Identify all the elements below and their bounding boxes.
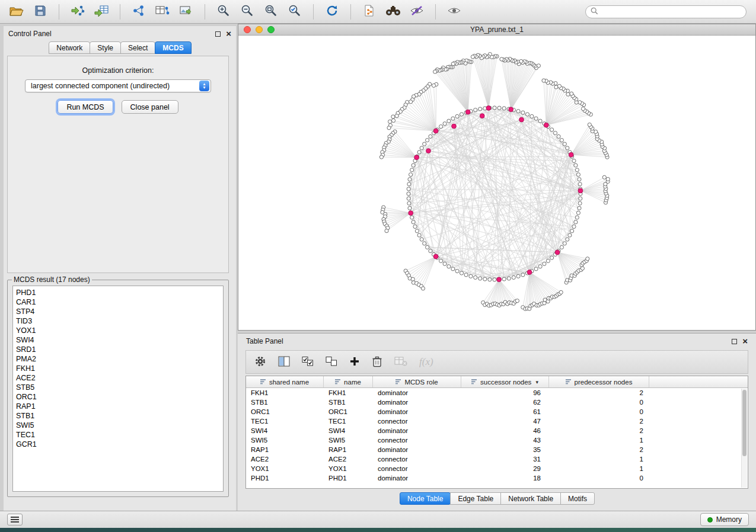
column-header-shared-name[interactable]: shared name bbox=[246, 376, 324, 387]
tab-mcds[interactable]: MCDS bbox=[155, 41, 191, 54]
search-network-button[interactable] bbox=[382, 3, 404, 21]
column-chooser-button[interactable] bbox=[278, 356, 290, 368]
table-row[interactable]: FKH1FKH1dominator962 bbox=[246, 388, 748, 398]
column-header-MCDS-role[interactable]: MCDS role bbox=[373, 376, 461, 387]
column-header-name[interactable]: name bbox=[324, 376, 373, 387]
zoom-in-button[interactable] bbox=[213, 3, 234, 21]
float-panel-icon[interactable] bbox=[732, 339, 737, 344]
refresh-view-button[interactable] bbox=[321, 3, 343, 21]
hamburger-icon bbox=[11, 517, 19, 523]
control-panel-title: Control Panel bbox=[8, 30, 52, 38]
sort-icon bbox=[471, 379, 477, 386]
mcds-result-item[interactable]: SRD1 bbox=[16, 345, 220, 354]
column-header-successor-nodes[interactable]: successor nodes▾ bbox=[461, 376, 549, 387]
mcds-result-item[interactable]: SWI4 bbox=[16, 335, 220, 345]
table-row[interactable]: YOX1YOX1connector291 bbox=[246, 464, 748, 473]
table-panel-header: Table Panel × bbox=[238, 334, 756, 349]
close-panel-icon[interactable]: × bbox=[742, 338, 748, 344]
delete-table-button bbox=[394, 356, 407, 368]
mcds-result-item[interactable]: PMA2 bbox=[16, 354, 220, 364]
mcds-result-list[interactable]: PHD1CAR1STP4TID3YOX1SWI4SRD1PMA2FKH1ACE2… bbox=[12, 286, 224, 492]
float-panel-icon[interactable] bbox=[215, 31, 221, 37]
open-session-button[interactable] bbox=[6, 3, 27, 21]
optimization-criterion-label: Optimization criterion: bbox=[8, 66, 228, 75]
table-row[interactable]: PHD1PHD1dominator180 bbox=[246, 473, 748, 483]
tab-node-table[interactable]: Node Table bbox=[400, 492, 451, 505]
plus-icon bbox=[349, 356, 360, 368]
table-row[interactable]: SWI4SWI4dominator462 bbox=[246, 426, 748, 435]
delete-column-button[interactable] bbox=[372, 355, 382, 369]
search-input[interactable] bbox=[601, 8, 741, 16]
scrollbar-thumb[interactable] bbox=[742, 390, 747, 456]
mcds-result-item[interactable]: RAP1 bbox=[16, 402, 220, 411]
import-table-icon bbox=[94, 5, 109, 18]
memory-button[interactable]: Memory bbox=[700, 513, 749, 526]
level-of-detail-button[interactable] bbox=[444, 3, 465, 21]
tab-motifs[interactable]: Motifs bbox=[560, 492, 595, 505]
mcds-result-item[interactable]: SWI5 bbox=[16, 421, 220, 430]
add-column-button[interactable] bbox=[349, 356, 360, 368]
workspace: Control Panel × NetworkStyleSelectMCDS O… bbox=[0, 24, 756, 511]
table-row[interactable]: ACE2ACE2connector311 bbox=[246, 454, 748, 464]
deselect-all-button[interactable] bbox=[326, 356, 337, 368]
mcds-result-item[interactable]: FKH1 bbox=[16, 364, 220, 373]
mcds-result-item[interactable]: ACE2 bbox=[16, 373, 220, 383]
mcds-result-item[interactable]: TID3 bbox=[16, 316, 220, 326]
select-all-button[interactable] bbox=[302, 356, 314, 368]
mcds-result-item[interactable]: YOX1 bbox=[16, 326, 220, 335]
table-row[interactable]: SWI5SWI5connector431 bbox=[246, 435, 748, 445]
table-row[interactable]: TEC1TEC1connector472 bbox=[246, 416, 748, 426]
mcds-result-item[interactable]: STB5 bbox=[16, 383, 220, 392]
network-graph[interactable] bbox=[238, 36, 752, 330]
mcds-result-item[interactable]: GCR1 bbox=[16, 440, 220, 449]
table-row[interactable]: ORC1ORC1dominator610 bbox=[246, 407, 748, 416]
import-table-button[interactable] bbox=[91, 3, 112, 21]
close-panel-icon[interactable]: × bbox=[226, 31, 231, 37]
minimize-window-icon[interactable] bbox=[256, 26, 263, 33]
table-row[interactable]: RAP1RAP1dominator352 bbox=[246, 445, 748, 454]
table-tabs: Node TableEdge TableNetwork TableMotifs bbox=[238, 492, 756, 505]
delete-table-icon bbox=[394, 356, 407, 368]
network-window-titlebar[interactable]: YPA_prune.txt_1 bbox=[238, 24, 755, 36]
eye-icon bbox=[447, 6, 461, 17]
mcds-result-item[interactable]: STB1 bbox=[16, 411, 220, 421]
import-network-button[interactable] bbox=[67, 3, 88, 21]
column-header-predecessor-nodes[interactable]: predecessor nodes bbox=[549, 376, 649, 387]
export-image-button[interactable] bbox=[176, 3, 197, 21]
control-panel-tabs: NetworkStyleSelectMCDS bbox=[4, 41, 236, 54]
mcds-result-item[interactable]: PHD1 bbox=[16, 288, 220, 297]
mcds-result-item[interactable]: CAR1 bbox=[16, 297, 220, 307]
network-window-title: YPA_prune.txt_1 bbox=[470, 25, 524, 34]
share-document-button[interactable] bbox=[359, 3, 380, 21]
status-menu-button[interactable] bbox=[7, 514, 23, 525]
new-network-button[interactable] bbox=[128, 3, 149, 21]
zoom-out-button[interactable] bbox=[237, 3, 258, 21]
mcds-result-item[interactable]: STP4 bbox=[16, 307, 220, 316]
zoom-out-icon bbox=[241, 4, 254, 19]
hide-details-button[interactable] bbox=[406, 3, 428, 21]
mcds-result-item[interactable]: TEC1 bbox=[16, 430, 220, 440]
tab-select[interactable]: Select bbox=[120, 41, 155, 54]
close-window-icon[interactable] bbox=[244, 26, 251, 33]
sort-icon bbox=[566, 379, 572, 386]
maximize-window-icon[interactable] bbox=[267, 26, 275, 33]
save-disk-icon bbox=[34, 5, 46, 18]
table-settings-button[interactable] bbox=[254, 355, 266, 369]
run-mcds-button[interactable]: Run MCDS bbox=[58, 100, 113, 114]
tab-edge-table[interactable]: Edge Table bbox=[450, 492, 501, 505]
save-session-button[interactable] bbox=[30, 3, 51, 21]
zoom-fit-button[interactable] bbox=[260, 3, 282, 21]
optimization-criterion-select[interactable]: largest connected component (undirected)… bbox=[25, 79, 211, 92]
tab-style[interactable]: Style bbox=[90, 41, 121, 54]
network-canvas[interactable] bbox=[238, 36, 755, 330]
close-panel-button[interactable]: Close panel bbox=[122, 100, 178, 114]
network-window: YPA_prune.txt_1 bbox=[238, 24, 756, 331]
toolbar-search bbox=[585, 5, 747, 18]
table-row[interactable]: STB1STB1dominator620 bbox=[246, 398, 748, 407]
zoom-selected-button[interactable] bbox=[284, 3, 305, 21]
table-scrollbar[interactable] bbox=[741, 389, 747, 488]
mcds-result-item[interactable]: ORC1 bbox=[16, 392, 220, 402]
new-table-button[interactable] bbox=[152, 3, 173, 21]
tab-network-table[interactable]: Network Table bbox=[500, 492, 561, 505]
tab-network[interactable]: Network bbox=[49, 41, 90, 54]
